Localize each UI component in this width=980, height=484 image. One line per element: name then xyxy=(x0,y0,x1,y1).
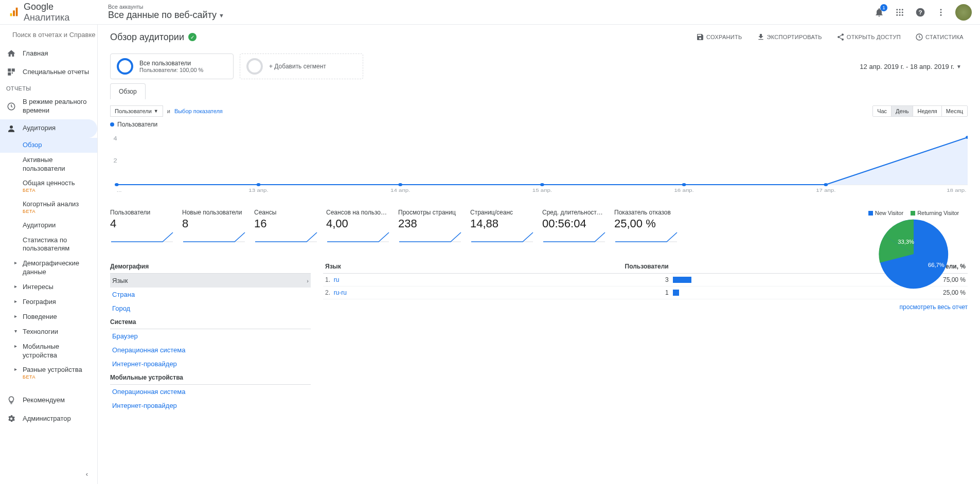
nav-geo[interactable]: ▸География xyxy=(0,295,97,310)
save-button[interactable]: СОХРАНИТЬ xyxy=(692,31,746,43)
period-hour[interactable]: Час xyxy=(873,106,891,116)
svg-point-32 xyxy=(682,183,686,186)
choose-metric-link[interactable]: Выбор показателя xyxy=(174,108,223,114)
nav-interests[interactable]: ▸Интересы xyxy=(0,280,97,295)
nav-technology[interactable]: ▾Технологии xyxy=(0,325,97,339)
add-segment-button[interactable]: + Добавить сегмент xyxy=(240,53,363,79)
lightbulb-icon xyxy=(6,395,16,405)
nav-discover[interactable]: Рекомендуем xyxy=(0,391,97,409)
dimension-link[interactable]: ru xyxy=(334,276,340,283)
nav-admin[interactable]: Администратор xyxy=(0,409,97,428)
export-button[interactable]: ЭКСПОРТИРОВАТЬ xyxy=(753,31,826,43)
metric-card[interactable]: Сеансов на пользователя 4,00 xyxy=(322,206,394,247)
insights-button[interactable]: СТАТИСТИКА xyxy=(911,31,968,43)
segment-ring-icon xyxy=(117,58,133,75)
svg-rect-1 xyxy=(13,10,15,16)
dim-city[interactable]: Город xyxy=(110,301,311,315)
app-header: Google Аналитика Все аккаунты Все данные… xyxy=(0,0,980,25)
brand-text: Google Аналитика xyxy=(24,2,96,23)
period-month[interactable]: Месяц xyxy=(941,106,967,116)
segment-all-users[interactable]: Все пользователи Пользователи: 100,00 % xyxy=(110,53,234,79)
page-title: Обзор аудитории ✓ xyxy=(110,32,197,43)
metric-label: Новые пользователи xyxy=(182,209,246,216)
dim-language[interactable]: Язык› xyxy=(110,274,311,288)
dim-isp[interactable]: Интернет-провайдер xyxy=(110,357,311,371)
nav-lifetime-value[interactable]: Общая ценностьБЕТА xyxy=(0,176,97,197)
search-input[interactable] xyxy=(12,31,98,39)
nav-user-explorer[interactable]: Статистика по пользователям xyxy=(0,233,97,257)
dim-browser[interactable]: Браузер xyxy=(110,329,311,343)
segments-row: Все пользователи Пользователи: 100,00 % … xyxy=(98,49,980,83)
metric-value: 4 xyxy=(110,217,174,230)
nav-custom[interactable]: ▸Разные устройстваБЕТА xyxy=(0,363,97,384)
nav-behavior[interactable]: ▸Поведение xyxy=(0,310,97,325)
sidebar-search[interactable] xyxy=(0,25,97,44)
brand-logo[interactable]: Google Аналитика xyxy=(8,2,96,23)
sparkline xyxy=(614,231,678,243)
tab-overview[interactable]: Обзор xyxy=(110,83,146,99)
metric-label: Сред. длительность сеанса xyxy=(542,209,606,216)
nav-mobile[interactable]: ▸Мобильные устройства xyxy=(0,339,97,363)
nav-audience[interactable]: Аудитория xyxy=(0,119,97,138)
svg-point-10 xyxy=(899,14,901,15)
full-report-link[interactable]: просмотреть весь отчет xyxy=(323,299,968,315)
nav-audiences[interactable]: Аудитории xyxy=(0,218,97,233)
svg-point-29 xyxy=(257,183,261,186)
sparkline xyxy=(110,231,174,243)
svg-point-3 xyxy=(896,9,898,10)
clock-icon xyxy=(6,101,16,112)
svg-point-8 xyxy=(902,11,903,13)
col-users[interactable]: Пользователи xyxy=(444,260,671,274)
metric-label: Показатель отказов xyxy=(614,209,678,216)
sidebar: Главная Специальные отчеты ОТЧЕТЫ В режи… xyxy=(0,25,98,484)
metric-card[interactable]: Новые пользователи 8 xyxy=(178,206,250,247)
nav-realtime[interactable]: В режиме реального времени xyxy=(0,94,97,119)
svg-text:14 апр.: 14 апр. xyxy=(390,188,410,193)
svg-text:4: 4 xyxy=(113,136,117,141)
metric-card[interactable]: Сеансы 16 xyxy=(250,206,322,247)
metric-card[interactable]: Сред. длительность сеанса 00:56:04 xyxy=(538,206,610,247)
mobile-header: Мобильные устройства xyxy=(110,371,311,385)
dim-os[interactable]: Операционная система xyxy=(110,343,311,357)
share-button[interactable]: ОТКРЫТЬ ДОСТУП xyxy=(832,31,905,43)
demography-header: Демография xyxy=(110,260,311,274)
svg-rect-0 xyxy=(10,13,12,16)
visitor-pie-chart: New Visitor Returning Visitor 33,3% 66,7… xyxy=(860,210,968,290)
col-dimension[interactable]: Язык xyxy=(323,260,444,274)
sparkline xyxy=(542,231,606,243)
metric-card[interactable]: Пользователи 4 xyxy=(106,206,178,247)
dimension-link[interactable]: ru-ru xyxy=(334,289,347,296)
more-menu-icon[interactable] xyxy=(935,6,947,19)
nav-home[interactable]: Главная xyxy=(0,44,97,63)
dim-country[interactable]: Страна xyxy=(110,288,311,301)
primary-metric-select[interactable]: Пользователи ▼ xyxy=(110,105,163,117)
nav-demographics[interactable]: ▸Демографические данные xyxy=(0,256,97,280)
account-avatar[interactable] xyxy=(955,4,972,21)
svg-point-30 xyxy=(398,183,402,186)
dim-mobile-isp[interactable]: Интернет-провайдер xyxy=(110,399,311,413)
svg-text:13 апр.: 13 апр. xyxy=(248,188,268,193)
nav-cohort[interactable]: Когортный анализБЕТА xyxy=(0,197,97,218)
nav-audience-overview[interactable]: Обзор xyxy=(0,138,97,153)
metric-label: Просмотры страниц xyxy=(398,209,462,216)
nav-active-users[interactable]: Активные пользователи xyxy=(0,153,97,176)
metric-card[interactable]: Просмотры страниц 238 xyxy=(394,206,466,247)
svg-text:16 апр.: 16 апр. xyxy=(674,188,693,193)
metric-value: 25,00 % xyxy=(614,217,678,230)
metric-card[interactable]: Показатель отказов 25,00 % xyxy=(610,206,682,247)
dim-mobile-os[interactable]: Операционная система xyxy=(110,385,311,399)
account-picker[interactable]: Все аккаунты Все данные по веб-сайту ▼ xyxy=(108,4,224,21)
date-range-picker[interactable]: 12 апр. 2019 г. - 18 апр. 2019 г.▼ xyxy=(860,63,968,70)
svg-point-28 xyxy=(115,183,119,186)
svg-rect-19 xyxy=(8,73,11,76)
notifications-icon[interactable]: 1 xyxy=(873,6,885,19)
metric-card[interactable]: Страниц/сеанс 14,88 xyxy=(466,206,538,247)
system-header: Система xyxy=(110,315,311,329)
apps-icon[interactable] xyxy=(894,6,906,19)
help-icon[interactable]: ? xyxy=(914,6,926,19)
period-day[interactable]: День xyxy=(891,106,913,116)
nav-customization[interactable]: Специальные отчеты xyxy=(0,63,97,81)
collapse-sidebar-button[interactable]: ‹ xyxy=(81,468,93,480)
metric-value: 238 xyxy=(398,217,462,230)
period-week[interactable]: Неделя xyxy=(913,106,941,116)
